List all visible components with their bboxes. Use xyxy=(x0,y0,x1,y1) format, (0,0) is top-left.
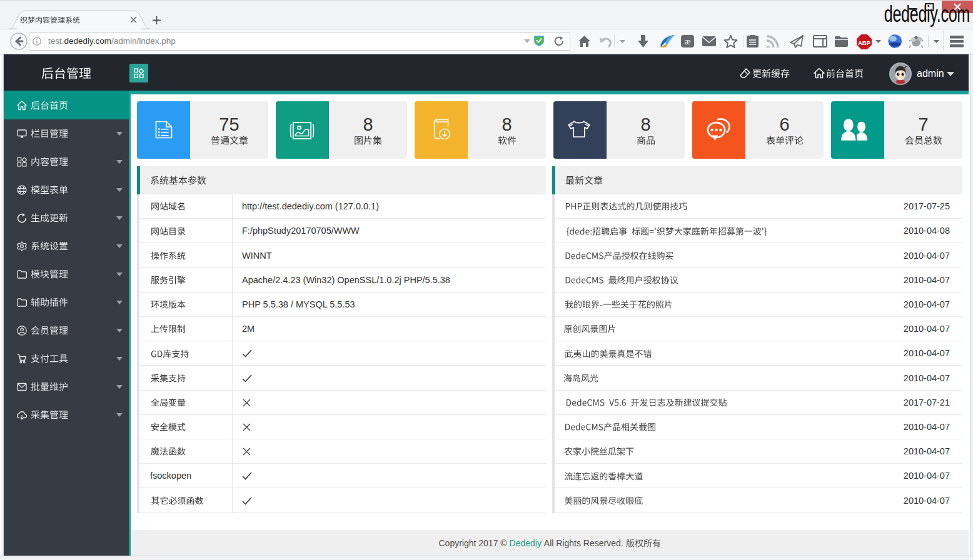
svg-text:ABP: ABP xyxy=(858,39,871,46)
svg-text:æ: æ xyxy=(685,37,690,46)
